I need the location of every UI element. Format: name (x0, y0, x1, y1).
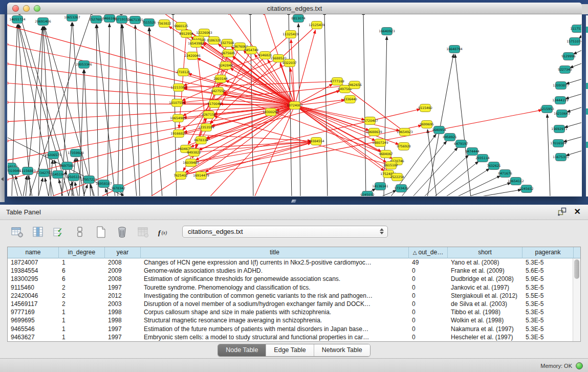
table-panel-header[interactable]: Table Panel ✕ (0, 205, 588, 220)
column-header-name[interactable]: name (8, 247, 59, 258)
graph-node[interactable]: 6479197 (454, 140, 468, 148)
merge-rows-icon[interactable] (73, 225, 86, 238)
node-table[interactable]: namein_degreeyeartitle△out_de…shortpager… (7, 247, 581, 342)
graph-node[interactable]: 15751074 (567, 38, 581, 46)
citation-edge-black[interactable] (478, 190, 521, 196)
graph-node[interactable]: 2336440 (343, 96, 357, 103)
graph-node[interactable]: 11156883 (19, 167, 36, 175)
graph-node[interactable]: 9245652 (519, 185, 534, 193)
graph-node[interactable]: 12213383 (170, 84, 187, 92)
citation-edge-black[interactable] (12, 172, 18, 196)
graph-node[interactable]: 2803144 (213, 75, 228, 83)
float-panel-icon[interactable] (558, 207, 567, 216)
graph-node[interactable]: 9660125 (174, 23, 188, 30)
graph-node[interactable]: 9115460 (418, 104, 432, 112)
graph-node[interactable]: 1678342 (111, 185, 125, 192)
citation-edge-black[interactable] (15, 176, 22, 196)
graph-node[interactable]: 10688639 (366, 128, 382, 136)
graph-node[interactable]: 9227343 (558, 66, 572, 74)
graph-node[interactable]: 9777169 (330, 78, 344, 85)
citation-edge-red[interactable] (295, 105, 400, 131)
tab-network-table[interactable]: Network Table (314, 344, 370, 356)
graph-node[interactable]: 15692971 (551, 125, 568, 133)
graph-node[interactable]: 8958921 (443, 134, 457, 141)
graph-node[interactable]: 10653267 (64, 14, 80, 21)
graph-node[interactable]: 8454749 (244, 47, 258, 54)
graph-node[interactable]: 8912954 (179, 30, 193, 38)
new-table-icon[interactable] (94, 225, 107, 238)
column-header-year[interactable]: year (105, 247, 141, 258)
citation-edge-black[interactable] (324, 14, 328, 196)
graph-node[interactable]: 12505135 (66, 173, 82, 181)
graph-node[interactable]: 8215953 (540, 105, 554, 113)
table-row[interactable]: 1938455462009Genome-wide association stu… (8, 267, 573, 275)
graph-node[interactable]: 1615182 (384, 162, 398, 169)
graph-node[interactable]: 8675685 (221, 50, 235, 57)
graph-node[interactable]: 9684067 (379, 150, 393, 158)
column-edit-icon[interactable] (31, 225, 45, 238)
citation-edge-black[interactable] (363, 14, 366, 196)
citation-edge-black[interactable] (61, 23, 72, 196)
graph-node[interactable]: 7632621 (487, 162, 501, 170)
import-table-icon-disabled[interactable] (136, 225, 149, 238)
graph-node[interactable]: 7625402 (173, 172, 188, 180)
graph-node[interactable]: 9245032 (360, 191, 375, 196)
graph-node[interactable]: 18300295 (263, 108, 279, 116)
graph-node[interactable]: 8813074 (291, 15, 306, 23)
graph-node[interactable]: 11675331 (553, 154, 569, 161)
scrollbar-thumb[interactable] (574, 259, 579, 279)
graph-node[interactable]: 7563822 (157, 20, 171, 28)
graph-node[interactable]: 16640923 (379, 28, 395, 35)
column-header-short[interactable]: short (448, 247, 522, 258)
function-builder-icon[interactable]: f(x) (157, 225, 170, 238)
graph-node[interactable]: 2935114 (475, 155, 490, 162)
graph-node[interactable]: 17016504 (550, 140, 567, 147)
column-header-title[interactable]: title (141, 247, 409, 258)
citation-edge-black[interactable] (118, 14, 121, 196)
citation-edge-red[interactable] (207, 105, 295, 196)
graph-node[interactable]: 7515526 (142, 19, 156, 27)
graph-node[interactable]: 19166827 (170, 130, 187, 138)
graph-node[interactable]: 9493822 (187, 149, 201, 157)
column-header-out_de[interactable]: △out_de… (409, 247, 448, 258)
graph-node[interactable]: 8678334 (194, 137, 208, 144)
graph-node[interactable]: 8267150 (202, 111, 216, 119)
graph-node[interactable]: 1527602 (89, 16, 103, 24)
delete-table-icon[interactable] (115, 225, 128, 238)
citation-edge-red[interactable] (295, 30, 315, 105)
graph-node[interactable]: 19384554 (308, 138, 324, 145)
graph-node[interactable]: 12226063 (196, 29, 212, 37)
citation-edge-black[interactable] (573, 49, 581, 54)
graph-node[interactable]: 8186328 (207, 37, 221, 45)
table-row[interactable]: 2242004622012Investigating the contribut… (8, 292, 573, 300)
graph-node[interactable]: 2522254 (390, 173, 404, 181)
graph-node[interactable]: 7462656 (347, 81, 362, 89)
citation-edge-black[interactable] (380, 190, 397, 196)
citation-edge-black[interactable] (581, 21, 581, 25)
graph-node[interactable]: 1145194 (51, 171, 65, 179)
network-canvas[interactable]: 1405572420691406106532671527602946616010… (8, 14, 581, 196)
citation-edge-black[interactable] (547, 114, 550, 196)
citation-edge-black[interactable] (467, 183, 511, 196)
table-settings-icon[interactable] (10, 225, 24, 238)
graph-node[interactable]: 16210643 (554, 110, 570, 118)
graph-node[interactable]: 11325419 (282, 31, 299, 38)
citation-edge-black[interactable] (122, 25, 137, 196)
citation-edge-black[interactable] (75, 182, 78, 196)
citation-edge-red[interactable] (230, 68, 295, 105)
tab-node-table[interactable]: Node Table (218, 344, 266, 356)
graph-node[interactable]: 12125439 (309, 21, 325, 29)
graph-node[interactable]: 8471676 (498, 170, 512, 178)
citation-edge-black[interactable] (91, 185, 94, 196)
close-panel-icon[interactable]: ✕ (574, 207, 581, 216)
graph-node[interactable]: 8322037 (282, 59, 297, 67)
graph-node[interactable]: 16648794 (446, 46, 463, 53)
vertical-scrollbar[interactable] (573, 258, 580, 341)
table-row[interactable]: 1830029562008Estimation of significance … (8, 275, 573, 283)
panel-splitter-handle[interactable] (290, 199, 298, 203)
citation-edge-red[interactable] (100, 14, 295, 105)
graph-node[interactable]: 3319946 (8, 167, 21, 175)
table-row[interactable]: 946362711997Embryonic stem cells: a mode… (8, 333, 573, 341)
graph-node[interactable]: 1640954 (432, 126, 446, 134)
graph-node[interactable]: 12444159 (552, 97, 569, 104)
